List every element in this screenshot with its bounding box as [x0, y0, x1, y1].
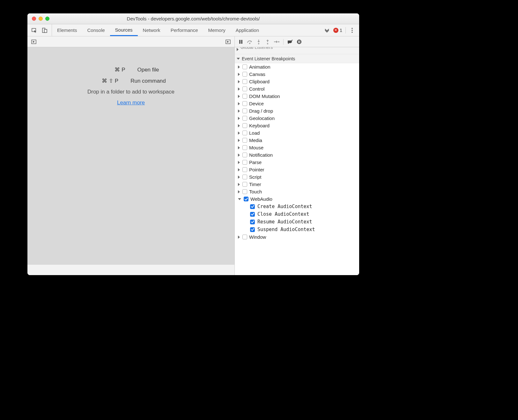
- category-checkbox[interactable]: [242, 123, 247, 128]
- category-checkbox[interactable]: [242, 182, 247, 187]
- breakpoint-checkbox[interactable]: [250, 212, 255, 217]
- devtools-window: DevTools - developers.google.com/web/too…: [27, 13, 359, 275]
- breakpoint-category[interactable]: Canvas: [235, 71, 359, 78]
- show-debugger-icon[interactable]: [225, 39, 231, 45]
- step-into-icon[interactable]: [255, 38, 262, 45]
- svg-rect-9: [241, 40, 242, 44]
- breakpoint-category[interactable]: Media: [235, 137, 359, 144]
- svg-point-16: [278, 41, 279, 42]
- category-checkbox[interactable]: [244, 197, 248, 201]
- svg-point-10: [249, 43, 250, 44]
- category-checkbox[interactable]: [242, 109, 247, 113]
- debugger-sidebar: Global Listeners Event Listener Breakpoi…: [235, 36, 359, 275]
- breakpoint-category[interactable]: DOM Mutation: [235, 93, 359, 100]
- breakpoint-category[interactable]: Control: [235, 85, 359, 93]
- category-checkbox[interactable]: [242, 153, 247, 157]
- category-checkbox[interactable]: [242, 86, 247, 91]
- pause-on-exceptions-icon[interactable]: [296, 38, 303, 45]
- breakpoint-category[interactable]: Window: [235, 233, 359, 241]
- global-listeners-header[interactable]: Global Listeners: [235, 47, 359, 54]
- category-checkbox[interactable]: [242, 138, 247, 143]
- openfile-hint: ⌘ P Open file: [103, 66, 159, 73]
- event-listener-breakpoints-header[interactable]: Event Listener Breakpoints: [235, 54, 359, 63]
- category-checkbox[interactable]: [242, 189, 247, 194]
- expand-icon: [238, 65, 240, 69]
- error-count-value: 1: [340, 27, 342, 33]
- svg-rect-19: [298, 41, 299, 43]
- breakpoint-category[interactable]: Pointer: [235, 166, 359, 173]
- breakpoint-checkbox[interactable]: [250, 220, 255, 224]
- category-checkbox[interactable]: [242, 167, 247, 172]
- deactivate-breakpoints-icon[interactable]: [287, 38, 294, 45]
- svg-rect-20: [300, 41, 300, 43]
- breakpoint-category[interactable]: Script: [235, 173, 359, 181]
- breakpoint-category[interactable]: Timer: [235, 181, 359, 188]
- category-checkbox[interactable]: [242, 101, 247, 106]
- tab-console[interactable]: Console: [82, 24, 110, 36]
- breakpoint-category[interactable]: WebAudio: [235, 195, 359, 203]
- sources-footer: [27, 264, 234, 275]
- learn-more-link[interactable]: Learn more: [117, 100, 145, 106]
- breakpoint-item[interactable]: Resume AudioContext: [235, 218, 359, 226]
- category-checkbox[interactable]: [242, 131, 247, 135]
- step-icon[interactable]: [273, 38, 280, 45]
- show-navigator-icon[interactable]: [31, 39, 37, 45]
- category-checkbox[interactable]: [242, 79, 247, 84]
- breakpoint-item[interactable]: Suspend AudioContext: [235, 226, 359, 233]
- tabstrip-right: ✕ 1: [320, 24, 359, 36]
- window-title: DevTools - developers.google.com/web/too…: [27, 16, 359, 21]
- tabstrip: ElementsConsoleSourcesNetworkPerformance…: [27, 24, 359, 36]
- device-toolbar-icon[interactable]: [41, 27, 48, 34]
- breakpoint-item[interactable]: Close AudioContext: [235, 210, 359, 218]
- expand-icon: [238, 190, 240, 193]
- tab-application[interactable]: Application: [231, 24, 264, 36]
- expand-icon: [238, 117, 240, 120]
- error-count[interactable]: ✕ 1: [333, 27, 342, 33]
- svg-point-14: [267, 43, 268, 44]
- category-label: Touch: [249, 189, 262, 194]
- expand-icon: [238, 109, 240, 113]
- category-checkbox[interactable]: [242, 116, 247, 121]
- breakpoint-category[interactable]: Parse: [235, 159, 359, 166]
- expand-icon: [238, 131, 240, 135]
- more-tabs-icon[interactable]: [324, 27, 330, 34]
- pause-icon[interactable]: [237, 38, 244, 45]
- breakpoint-category[interactable]: Mouse: [235, 144, 359, 151]
- breakpoint-category[interactable]: Notification: [235, 151, 359, 159]
- breakpoint-category[interactable]: Device: [235, 100, 359, 107]
- tab-sources[interactable]: Sources: [110, 24, 138, 36]
- tab-elements[interactable]: Elements: [52, 24, 82, 36]
- step-over-icon[interactable]: [246, 38, 253, 45]
- tab-memory[interactable]: Memory: [203, 24, 231, 36]
- category-label: Device: [249, 101, 264, 106]
- category-checkbox[interactable]: [242, 175, 247, 179]
- kebab-menu-icon[interactable]: [349, 27, 355, 34]
- breakpoint-category[interactable]: Clipboard: [235, 78, 359, 85]
- breakpoint-category[interactable]: Keyboard: [235, 122, 359, 129]
- category-checkbox[interactable]: [242, 235, 247, 239]
- breakpoint-checkbox[interactable]: [250, 204, 255, 209]
- category-checkbox[interactable]: [242, 64, 247, 69]
- breakpoint-label: Close AudioContext: [257, 211, 309, 217]
- category-checkbox[interactable]: [242, 145, 247, 150]
- category-label: Parse: [249, 160, 262, 165]
- svg-rect-8: [239, 40, 241, 44]
- category-label: Script: [249, 174, 261, 180]
- category-checkbox[interactable]: [242, 72, 247, 77]
- category-label: Control: [249, 86, 264, 92]
- breakpoint-category[interactable]: Touch: [235, 188, 359, 195]
- sources-toolbar: [27, 36, 234, 47]
- expand-icon: [238, 124, 240, 127]
- breakpoint-item[interactable]: Create AudioContext: [235, 203, 359, 210]
- step-out-icon[interactable]: [264, 38, 271, 45]
- breakpoint-checkbox[interactable]: [250, 227, 255, 232]
- breakpoint-category[interactable]: Animation: [235, 63, 359, 71]
- breakpoint-category[interactable]: Drag / drop: [235, 107, 359, 115]
- breakpoint-category[interactable]: Geolocation: [235, 115, 359, 122]
- tab-network[interactable]: Network: [138, 24, 166, 36]
- category-checkbox[interactable]: [242, 160, 247, 165]
- tab-performance[interactable]: Performance: [166, 24, 203, 36]
- inspect-element-icon[interactable]: [31, 27, 38, 34]
- breakpoint-category[interactable]: Load: [235, 129, 359, 137]
- category-checkbox[interactable]: [242, 94, 247, 99]
